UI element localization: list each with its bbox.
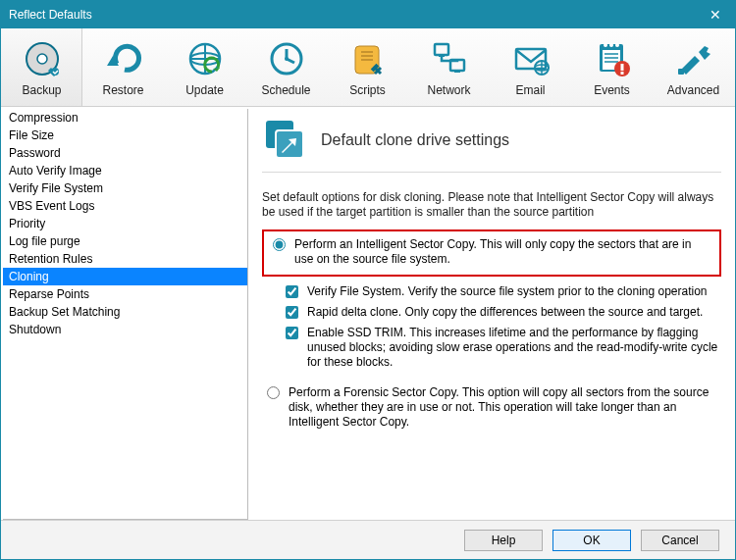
radio-intelligent-copy[interactable]: Perform an Intelligent Sector Copy. This… <box>268 235 713 269</box>
check-rapid-delta-input[interactable] <box>286 306 298 319</box>
check-ssd-trim-input[interactable] <box>286 327 298 339</box>
network-icon <box>429 38 470 79</box>
content-pane: Default clone drive settings Set default… <box>252 107 735 520</box>
svg-rect-24 <box>620 72 623 75</box>
sidebar-item-vbs-event-logs[interactable]: VBS Event Logs <box>3 197 247 215</box>
option-intelligent-highlight: Perform an Intelligent Sector Copy. This… <box>262 229 721 277</box>
svg-rect-25 <box>678 69 684 75</box>
clone-icon <box>262 117 309 164</box>
sidebar-item-reparse-points[interactable]: Reparse Points <box>3 285 247 303</box>
toolbar: Backup Restore Update <box>1 28 735 107</box>
sidebar-item-verify-file-system[interactable]: Verify File System <box>3 179 247 197</box>
toolbar-network[interactable]: Network <box>408 28 490 106</box>
svg-rect-12 <box>439 55 445 57</box>
svg-point-8 <box>285 57 289 61</box>
sidebar-item-compression[interactable]: Compression <box>3 109 247 127</box>
toolbar-label: Email <box>515 83 545 97</box>
check-rapid-delta-label: Rapid delta clone. Only copy the differe… <box>307 305 703 320</box>
page-description: Set default options for disk cloning. Pl… <box>262 190 721 220</box>
email-icon <box>510 38 552 79</box>
toolbar-label: Backup <box>22 83 61 97</box>
toolbar-label: Network <box>427 83 470 97</box>
toolbar-label: Events <box>594 83 630 97</box>
svg-rect-23 <box>620 64 623 71</box>
update-icon <box>184 38 226 79</box>
cancel-button[interactable]: Cancel <box>641 530 719 551</box>
toolbar-label: Scripts <box>349 83 386 97</box>
events-icon <box>592 38 633 79</box>
svg-point-21 <box>615 43 619 47</box>
radio-forensic-input[interactable] <box>267 386 280 399</box>
window-title: Reflect Defaults <box>9 8 92 22</box>
svg-rect-10 <box>435 44 448 55</box>
ok-button[interactable]: OK <box>552 530 631 551</box>
sidebar-item-backup-set-matching[interactable]: Backup Set Matching <box>3 303 247 321</box>
sidebar-item-shutdown[interactable]: Shutdown <box>3 321 247 338</box>
radio-intelligent-label: Perform an Intelligent Sector Copy. This… <box>294 237 713 267</box>
sidebar-item-retention-rules[interactable]: Retention Rules <box>3 250 247 268</box>
check-verify-fs[interactable]: Verify File System. Verify the source fi… <box>282 282 721 303</box>
restore-icon <box>103 38 144 79</box>
backup-icon <box>22 38 63 79</box>
sidebar-item-log-file-purge[interactable]: Log file purge <box>3 232 247 250</box>
check-verify-fs-input[interactable] <box>286 285 298 298</box>
svg-point-19 <box>604 43 607 47</box>
schedule-icon <box>266 38 307 79</box>
sidebar-item-auto-verify-image[interactable]: Auto Verify Image <box>3 162 247 179</box>
toolbar-advanced[interactable]: Advanced <box>653 28 734 106</box>
radio-forensic-copy[interactable]: Perform a Forensic Sector Copy. This opt… <box>262 383 721 432</box>
advanced-icon <box>673 38 714 79</box>
svg-point-20 <box>609 43 613 47</box>
close-icon[interactable]: ✕ <box>704 7 727 23</box>
check-verify-fs-label: Verify File System. Verify the source fi… <box>307 284 708 299</box>
toolbar-update[interactable]: Update <box>164 28 245 106</box>
svg-rect-13 <box>454 71 460 73</box>
check-ssd-trim[interactable]: Enable SSD TRIM. This increases lifetime… <box>282 324 721 372</box>
radio-intelligent-input[interactable] <box>273 238 286 251</box>
radio-forensic-label: Perform a Forensic Sector Copy. This opt… <box>289 385 721 430</box>
toolbar-schedule[interactable]: Schedule <box>245 28 327 106</box>
sidebar-item-priority[interactable]: Priority <box>3 215 247 232</box>
toolbar-restore[interactable]: Restore <box>82 28 164 106</box>
sidebar: Compression File Size Password Auto Veri… <box>3 109 248 520</box>
titlebar: Reflect Defaults ✕ <box>1 1 735 28</box>
help-button[interactable]: Help <box>464 530 543 551</box>
svg-point-1 <box>37 54 47 64</box>
toolbar-backup[interactable]: Backup <box>1 28 82 106</box>
page-title: Default clone drive settings <box>321 131 509 149</box>
sidebar-item-file-size[interactable]: File Size <box>3 127 247 144</box>
scripts-icon <box>347 38 389 79</box>
toolbar-scripts[interactable]: Scripts <box>327 28 408 106</box>
sidebar-item-password[interactable]: Password <box>3 144 247 162</box>
toolbar-label: Schedule <box>261 83 310 97</box>
toolbar-label: Advanced <box>667 83 719 97</box>
check-ssd-trim-label: Enable SSD TRIM. This increases lifetime… <box>307 326 721 370</box>
divider <box>262 172 721 173</box>
check-rapid-delta[interactable]: Rapid delta clone. Only copy the differe… <box>282 303 721 324</box>
sidebar-item-cloning[interactable]: Cloning <box>3 268 247 285</box>
footer: Help OK Cancel <box>1 520 735 559</box>
toolbar-label: Update <box>185 83 224 97</box>
toolbar-label: Restore <box>102 83 143 97</box>
toolbar-events[interactable]: Events <box>571 28 653 106</box>
toolbar-email[interactable]: Email <box>490 28 571 106</box>
